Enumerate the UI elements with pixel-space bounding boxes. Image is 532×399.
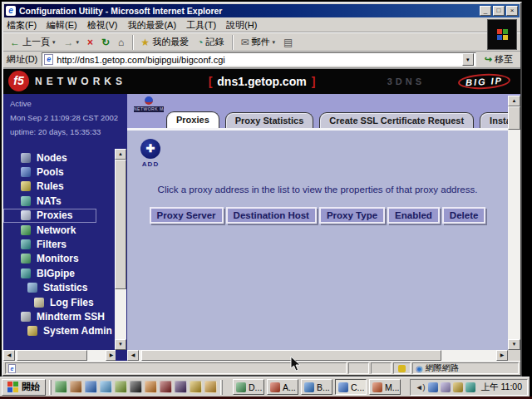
close-button[interactable] <box>506 6 518 16</box>
tab-proxy-statistics[interactable]: Proxy Statistics <box>225 112 314 128</box>
main-horizontal-scrollbar[interactable] <box>127 350 508 361</box>
address-input[interactable]: e http://dns1.getop.com/bigipgui/bigconf… <box>42 52 476 66</box>
scroll-track[interactable] <box>508 106 520 339</box>
menu-item-h[interactable]: 說明(H) <box>226 19 257 32</box>
quicklaunch-icon-10[interactable] <box>190 381 202 393</box>
taskbar-window-button-a[interactable]: A... <box>267 379 298 395</box>
add-button[interactable]: ✚ <box>140 139 160 159</box>
tray-icon-5[interactable] <box>466 382 475 392</box>
tray-icon-2[interactable] <box>428 382 438 392</box>
taskbar-clock[interactable]: 上午 11:00 <box>481 382 522 393</box>
history-button[interactable]: 記錄 <box>194 34 227 50</box>
scroll-right-button[interactable] <box>496 350 508 361</box>
quicklaunch-icon-11[interactable] <box>204 381 217 393</box>
sidebar-vertical-scrollbar[interactable] <box>115 149 126 350</box>
taskbar-window-button-d[interactable]: D... <box>233 379 264 395</box>
scroll-track[interactable] <box>115 160 126 339</box>
scroll-up-button[interactable] <box>115 149 126 160</box>
sidebar-item-label: Monitors <box>37 253 79 264</box>
history-label: 記錄 <box>205 36 224 48</box>
sidebar-item-proxies[interactable]: Proxies <box>3 209 96 223</box>
column-header-destination-host[interactable]: Destination Host <box>226 207 317 224</box>
toolbar: 上一頁 我的最愛 記錄 郵件 <box>3 32 520 52</box>
forward-dropdown-icon[interactable] <box>76 39 80 46</box>
taskbar-window-button-b[interactable]: B... <box>301 379 332 395</box>
column-header-delete[interactable]: Delete <box>442 207 486 224</box>
add-proxy: ✚ ADD <box>140 139 160 168</box>
scroll-down-button[interactable] <box>115 339 126 350</box>
back-dropdown-icon[interactable] <box>52 39 56 46</box>
window-controls <box>480 6 518 16</box>
taskbar-window-button-c[interactable]: C... <box>335 379 367 395</box>
minimize-button[interactable] <box>480 6 491 16</box>
quicklaunch-icon-1[interactable] <box>55 381 67 393</box>
quicklaunch-icon-2[interactable] <box>70 381 82 393</box>
quicklaunch-icon-6[interactable] <box>130 381 142 393</box>
quicklaunch-icon-8[interactable] <box>160 381 172 393</box>
refresh-button[interactable] <box>98 36 113 49</box>
scroll-thumb[interactable] <box>17 350 87 361</box>
print-button[interactable] <box>280 36 296 49</box>
quicklaunch-icon-5[interactable] <box>115 381 127 393</box>
proxy-table-header: Proxy ServerDestination HostProxy TypeEn… <box>127 207 508 224</box>
menu-item-f[interactable]: 檔案(F) <box>7 19 37 32</box>
favorites-button[interactable]: 我的最愛 <box>137 34 192 50</box>
sidebar-item-label: Network <box>37 224 76 236</box>
taskbar-button-label: C... <box>351 382 364 392</box>
sidebar-item-pools[interactable]: Pools <box>3 165 127 179</box>
sidebar-item-system-admin[interactable]: System Admin <box>3 324 127 338</box>
menu-item-a[interactable]: 我的最愛(A) <box>127 19 176 32</box>
tabs: ProxiesProxy StatisticsCreate SSL Certif… <box>166 111 520 128</box>
sidebar-item-mindterm-ssh[interactable]: Mindterm SSH <box>3 309 127 323</box>
volume-icon[interactable] <box>416 383 426 392</box>
stop-button[interactable] <box>84 36 96 49</box>
start-button[interactable]: 開始 <box>2 379 46 396</box>
column-header-proxy-server[interactable]: Proxy Server <box>150 207 224 224</box>
tab-proxies[interactable]: Proxies <box>166 111 219 128</box>
main-vertical-scrollbar[interactable] <box>508 96 520 350</box>
sidebar-item-bigpipe[interactable]: BIGpipe <box>3 266 127 280</box>
sidebar-item-monitors[interactable]: Monitors <box>3 252 127 266</box>
sidebar-horizontal-scrollbar[interactable] <box>3 350 117 361</box>
sidebar-item-statistics[interactable]: Statistics <box>3 281 127 295</box>
title-bar[interactable]: e Configuration Utility - Microsoft Inte… <box>4 4 520 17</box>
mail-button[interactable]: 郵件 <box>237 34 278 50</box>
scroll-down-button[interactable] <box>508 339 520 350</box>
column-header-proxy-type[interactable]: Proxy Type <box>319 207 385 224</box>
scroll-left-button[interactable] <box>3 350 15 361</box>
sidebar-item-filters[interactable]: Filters <box>3 237 127 251</box>
sidebar-item-log-files[interactable]: Log Files <box>3 295 127 309</box>
menu-item-t[interactable]: 工具(T) <box>186 19 216 32</box>
tray-icon-4[interactable] <box>453 382 463 392</box>
menu-item-v[interactable]: 檢視(V) <box>87 19 118 32</box>
back-button[interactable]: 上一頁 <box>7 34 59 50</box>
scroll-track[interactable] <box>139 350 496 361</box>
quicklaunch-icon-4[interactable] <box>100 381 112 393</box>
sidebar-item-nats[interactable]: NATs <box>3 194 127 208</box>
address-dropdown-button[interactable] <box>462 53 474 66</box>
sidebar-item-rules[interactable]: Rules <box>3 180 127 194</box>
scroll-up-button[interactable] <box>508 96 520 106</box>
tray-icon-3[interactable] <box>441 382 451 392</box>
quicklaunch-icon-9[interactable] <box>175 381 187 393</box>
sidebar-item-network[interactable]: Network <box>3 223 127 237</box>
scrollbar-corner <box>508 350 520 361</box>
sidebar-item-nodes[interactable]: Nodes <box>3 150 127 165</box>
tab-create-ssl-certificate-request[interactable]: Create SSL Certificate Request <box>319 112 474 128</box>
scroll-track[interactable] <box>15 350 106 361</box>
maximize-button[interactable] <box>493 6 505 16</box>
menu-item-e[interactable]: 編輯(E) <box>47 19 77 32</box>
ie-window-icon <box>338 382 348 392</box>
forward-button[interactable] <box>61 36 83 49</box>
column-header-enabled[interactable]: Enabled <box>387 207 440 224</box>
network-map-button[interactable]: NETWORK MAP <box>134 96 164 112</box>
quicklaunch-icon-7[interactable] <box>145 381 157 393</box>
taskbar-window-button-m[interactable]: M... <box>369 379 401 395</box>
quicklaunch-icon-3[interactable] <box>85 381 97 393</box>
mail-dropdown-icon[interactable] <box>272 39 275 46</box>
scroll-left-button[interactable] <box>127 350 139 361</box>
scroll-thumb[interactable] <box>508 106 520 130</box>
home-button[interactable] <box>115 36 127 49</box>
scroll-thumb[interactable] <box>115 160 126 289</box>
go-button[interactable]: 移至 <box>480 52 517 66</box>
